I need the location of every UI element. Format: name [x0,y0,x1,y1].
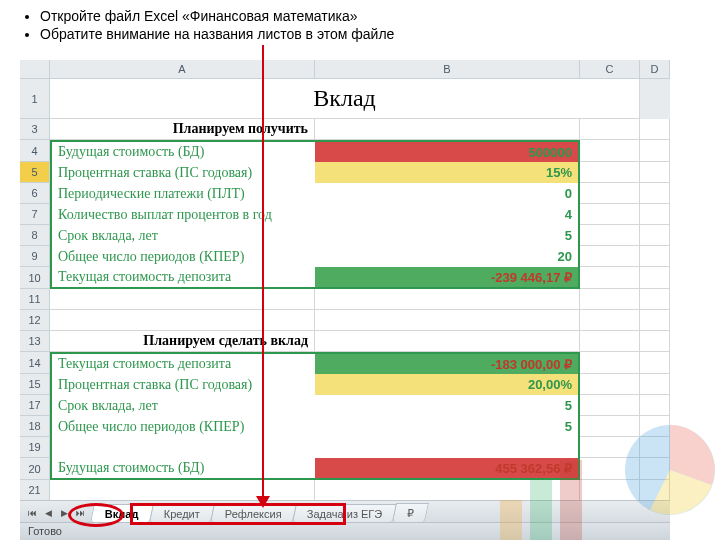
cell[interactable] [50,289,315,310]
sheet-title[interactable]: Вклад [50,79,640,119]
cell[interactable] [640,310,670,331]
row-header[interactable]: 21 [20,480,50,501]
label-periods-year[interactable]: Количество выплат процентов в год [50,204,315,225]
cell[interactable] [640,140,670,162]
label-pv[interactable]: Текущая стоимость депозита [50,267,315,289]
cell[interactable] [580,162,640,183]
label-nper[interactable]: Общее число периодов (КПЕР) [50,246,315,267]
cell[interactable] [315,119,580,140]
row-header[interactable]: 18 [20,416,50,437]
cell[interactable] [640,267,670,289]
annotation-rectangle [130,503,346,525]
row-header[interactable]: 4 [20,140,50,162]
cell[interactable] [580,140,640,162]
section-header-1[interactable]: Планируем получить [50,119,315,140]
cell[interactable] [315,310,580,331]
cell[interactable] [580,119,640,140]
row-header[interactable]: 20 [20,458,50,480]
svg-rect-1 [530,480,552,540]
col-header-c[interactable]: C [580,60,640,79]
row-header[interactable]: 13 [20,331,50,352]
row-header[interactable]: 11 [20,289,50,310]
row-header[interactable]: 10 [20,267,50,289]
prev-sheet-button[interactable]: ◀ [40,504,56,522]
cell[interactable] [640,204,670,225]
label-years2[interactable]: Срок вклада, лет [50,395,315,416]
cell[interactable] [640,289,670,310]
row-header[interactable]: 19 [20,437,50,458]
select-all-corner[interactable] [20,60,50,79]
cell[interactable] [50,480,315,501]
cell[interactable] [50,310,315,331]
col-header-b[interactable]: B [315,60,580,79]
value-periods-year[interactable]: 4 [315,204,580,225]
cell[interactable] [315,289,580,310]
row-header[interactable]: 15 [20,374,50,395]
value-pmt[interactable]: 0 [315,183,580,204]
value-future-value[interactable]: 500000 [315,140,580,162]
slide-bullets: Откройте файл Excel «Финансовая математи… [0,0,720,50]
row-header[interactable]: 9 [20,246,50,267]
value-rate[interactable]: 15% [315,162,580,183]
row-header[interactable]: 1 [20,79,50,119]
row-header[interactable]: 5 [20,162,50,183]
cell[interactable] [315,331,580,352]
row-header[interactable]: 6 [20,183,50,204]
cell[interactable] [580,289,640,310]
value-rate2[interactable]: 20,00% [315,374,580,395]
annotation-arrow-line [262,45,264,500]
first-sheet-button[interactable]: ⏮ [24,504,40,522]
cell[interactable] [640,183,670,204]
cell[interactable] [50,437,315,458]
section-header-2[interactable]: Планируем сделать вклад [50,331,315,352]
cell[interactable] [580,183,640,204]
cell[interactable] [580,374,640,395]
bullet-2: Обратите внимание на названия листов в э… [40,26,690,42]
status-text: Готово [28,525,62,537]
row-header[interactable]: 7 [20,204,50,225]
label-rate[interactable]: Процентная ставка (ПС годовая) [50,162,315,183]
cell[interactable] [580,225,640,246]
value-pv2[interactable]: -183 000,00 ₽ [315,352,580,374]
cell[interactable] [640,246,670,267]
cell[interactable] [580,331,640,352]
row-header[interactable]: 12 [20,310,50,331]
cell[interactable] [580,310,640,331]
cell[interactable] [580,204,640,225]
row-header[interactable]: 3 [20,119,50,140]
value-pv[interactable]: -239 446,17 ₽ [315,267,580,289]
cell[interactable] [640,352,670,374]
cell[interactable] [640,374,670,395]
label-rate2[interactable]: Процентная ставка (ПС годовая) [50,374,315,395]
row-header[interactable]: 17 [20,395,50,416]
label-pv2[interactable]: Текущая стоимость депозита [50,352,315,374]
cell[interactable] [640,331,670,352]
bullet-1: Откройте файл Excel «Финансовая математи… [40,8,690,24]
decorative-background [490,410,720,540]
cell[interactable] [640,162,670,183]
svg-rect-2 [560,460,582,540]
label-years[interactable]: Срок вклада, лет [50,225,315,246]
cell[interactable] [640,225,670,246]
cell[interactable] [580,267,640,289]
annotation-ellipse [68,503,124,527]
label-nper2[interactable]: Общее число периодов (КПЕР) [50,416,315,437]
cell[interactable] [640,119,670,140]
col-header-a[interactable]: A [50,60,315,79]
sheet-tab-last[interactable]: ₽ [392,503,429,522]
label-future-value[interactable]: Будущая стоимость (БД) [50,140,315,162]
label-fv2[interactable]: Будущая стоимость (БД) [50,458,315,480]
cell[interactable] [580,246,640,267]
col-header-d[interactable]: D [640,60,670,79]
value-years[interactable]: 5 [315,225,580,246]
row-header[interactable]: 14 [20,352,50,374]
cell[interactable] [580,352,640,374]
row-header[interactable]: 8 [20,225,50,246]
label-pmt[interactable]: Периодические платежи (ПЛТ) [50,183,315,204]
value-nper[interactable]: 20 [315,246,580,267]
column-headers: A B C D [20,60,670,79]
svg-rect-0 [500,500,522,540]
